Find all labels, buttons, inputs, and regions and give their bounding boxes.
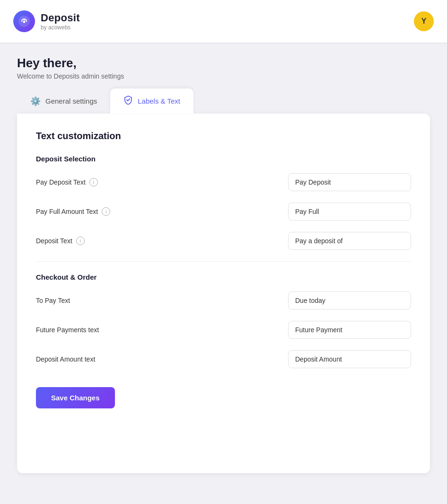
pay-full-amount-label-wrap: Pay Full Amount Text i [36,207,110,216]
future-payments-text-row: Future Payments text [36,321,411,339]
future-payments-label-wrap: Future Payments text [36,326,99,334]
logo-area: Deposit by acowebs [13,10,80,32]
tab-general-label: General settings [45,97,97,105]
app-by: by acowebs [41,24,80,31]
shield-icon [123,95,133,107]
section-title: Text customization [36,131,411,141]
pay-deposit-text-input[interactable] [288,173,411,191]
logo-icon [13,10,35,32]
pay-deposit-label-wrap: Pay Deposit Text i [36,178,98,186]
pay-deposit-info-icon[interactable]: i [89,178,98,186]
app-name: Deposit [41,12,80,24]
main-panel: Text customization Deposit Selection Pay… [17,114,430,473]
future-payments-text-input[interactable] [288,321,411,339]
to-pay-text-input[interactable] [288,292,411,309]
gear-icon: ⚙️ [30,96,41,106]
deposit-text-label: Deposit Text [36,237,72,245]
pay-deposit-text-row: Pay Deposit Text i [36,173,411,191]
app-header: Deposit by acowebs Y [0,0,447,43]
pay-full-amount-text-row: Pay Full Amount Text i [36,203,411,221]
tab-general-settings[interactable]: ⚙️ General settings [17,88,110,114]
pay-full-amount-label: Pay Full Amount Text [36,208,98,215]
svg-point-1 [23,21,26,23]
future-payments-label: Future Payments text [36,326,99,334]
welcome-section: Hey there, Welcome to Deposits admin set… [0,43,447,88]
section-divider [36,261,411,262]
to-pay-label-wrap: To Pay Text [36,297,70,304]
deposit-amount-text-row: Deposit Amount text [36,350,411,368]
pay-deposit-label: Pay Deposit Text [36,178,86,186]
save-changes-button[interactable]: Save Changes [36,387,115,408]
deposit-amount-label-wrap: Deposit Amount text [36,355,95,363]
deposit-text-row: Deposit Text i [36,232,411,250]
deposit-amount-label: Deposit Amount text [36,355,95,363]
checkout-order-heading: Checkout & Order [36,273,411,281]
deposit-text-info-icon[interactable]: i [76,237,85,245]
pay-full-amount-text-input[interactable] [288,203,411,221]
deposit-text-label-wrap: Deposit Text i [36,237,85,245]
tab-labels-label: Labels & Text [138,97,180,105]
tab-labels-text[interactable]: Labels & Text [110,88,193,114]
deposit-amount-text-input[interactable] [288,350,411,368]
welcome-subtitle: Welcome to Deposits admin settings [17,72,430,80]
welcome-greeting: Hey there, [17,56,430,71]
logo-text: Deposit by acowebs [41,12,80,31]
pay-full-info-icon[interactable]: i [102,207,110,216]
to-pay-label: To Pay Text [36,297,70,304]
deposit-text-input[interactable] [288,232,411,250]
tabs-bar: ⚙️ General settings Labels & Text [0,88,447,114]
deposit-selection-heading: Deposit Selection [36,155,411,163]
to-pay-text-row: To Pay Text [36,292,411,309]
user-avatar[interactable]: Y [414,11,434,31]
